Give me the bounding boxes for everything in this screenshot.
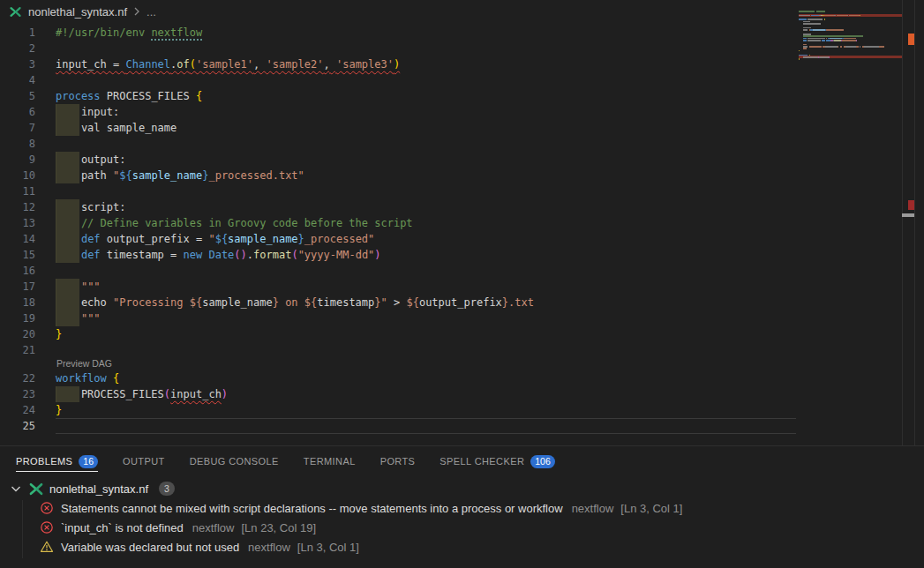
panel-tab-problems[interactable]: PROBLEMS16: [16, 446, 98, 476]
code-line-19[interactable]: 19 """: [0, 310, 924, 326]
panel-tab-label: TERMINAL: [304, 456, 356, 467]
line-number[interactable]: 21: [0, 342, 35, 358]
code-line-1[interactable]: 1#!/usr/bin/env nextflow: [0, 25, 924, 41]
panel-tab-bar: PROBLEMS16OUTPUTDEBUG CONSOLETERMINALPOR…: [0, 446, 924, 476]
panel-tab-spell-checker[interactable]: SPELL CHECKER106: [439, 446, 554, 476]
line-number[interactable]: 10: [0, 168, 35, 183]
line-number[interactable]: 4: [0, 72, 35, 88]
code-line-20[interactable]: 20}: [0, 326, 924, 342]
code-line-10[interactable]: 10 path "${sample_name}_processed.txt": [0, 168, 924, 183]
breadcrumb[interactable]: nonlethal_syntax.nf ...: [9, 0, 156, 23]
line-number[interactable]: 22: [0, 370, 35, 386]
line-number[interactable]: 3: [0, 56, 35, 72]
code-line-9[interactable]: 9 output:: [0, 152, 924, 168]
problem-source: nextflow: [572, 502, 614, 515]
bottom-panel: PROBLEMS16OUTPUTDEBUG CONSOLETERMINALPOR…: [0, 445, 924, 568]
line-number[interactable]: 25: [0, 418, 35, 434]
code-text: PROCESS_FILES(input_ch): [56, 386, 228, 402]
code-line-24[interactable]: 24}: [0, 402, 924, 418]
code-line-2[interactable]: 2: [0, 41, 924, 56]
code-text: """: [56, 279, 101, 295]
code-line-6[interactable]: 6 input:: [0, 104, 924, 120]
code-line-21[interactable]: 21: [0, 342, 924, 358]
panel-tab-label: OUTPUT: [123, 456, 165, 467]
line-number[interactable]: 17: [0, 279, 35, 295]
code-line-11[interactable]: 11: [0, 183, 924, 199]
problem-location: [Ln 3, Col 1]: [297, 541, 359, 554]
code-text: output:: [56, 152, 125, 168]
code-text: val sample_name: [56, 120, 177, 136]
codelens-preview-dag[interactable]: Preview DAG: [56, 358, 112, 370]
nextflow-icon: [28, 482, 44, 496]
code-text: process PROCESS_FILES {: [56, 88, 202, 104]
line-number[interactable]: 18: [0, 295, 35, 310]
line-number[interactable]: 5: [0, 88, 35, 104]
nextflow-icon: [9, 6, 22, 18]
panel-tab-label: PROBLEMS: [16, 456, 72, 467]
code-line-7[interactable]: 7 val sample_name: [0, 120, 924, 136]
vscode-window: nonlethal_syntax.nf ... 1#!/usr/bin/env …: [0, 0, 924, 568]
panel-tab-label: SPELL CHECKER: [439, 456, 524, 467]
panel-tab-terminal[interactable]: TERMINAL: [304, 446, 356, 476]
code-line-5[interactable]: 5process PROCESS_FILES {: [0, 88, 924, 104]
code-text: echo "Processing ${sample_name} on ${tim…: [56, 295, 534, 310]
line-number[interactable]: 13: [0, 215, 35, 231]
line-number[interactable]: 1: [0, 25, 35, 41]
breadcrumb-file[interactable]: nonlethal_syntax.nf: [28, 5, 127, 19]
code-line-13[interactable]: 13 // Define variables in Groovy code be…: [0, 215, 924, 231]
line-number[interactable]: 7: [0, 120, 35, 136]
line-number[interactable]: 20: [0, 326, 35, 342]
code-line-12[interactable]: 12 script:: [0, 199, 924, 215]
code-line-15[interactable]: 15 def timestamp = new Date().format("yy…: [0, 247, 924, 263]
line-number[interactable]: 11: [0, 183, 35, 199]
line-number[interactable]: 8: [0, 136, 35, 152]
panel-tab-output[interactable]: OUTPUT: [123, 446, 165, 476]
code-area: 1#!/usr/bin/env nextflow23input_ch = Cha…: [0, 25, 924, 445]
line-number[interactable]: 6: [0, 104, 35, 120]
code-line-8[interactable]: 8: [0, 136, 924, 152]
panel-tab-label: DEBUG CONSOLE: [190, 456, 279, 467]
line-number[interactable]: 2: [0, 41, 35, 56]
problems-tree: nonlethal_syntax.nf 3 Statements cannot …: [0, 476, 924, 557]
problem-source: nextflow: [192, 521, 235, 534]
panel-tab-debug-console[interactable]: DEBUG CONSOLE: [190, 446, 279, 476]
problems-count-badge: 3: [159, 482, 175, 496]
chevron-down-icon[interactable]: [9, 482, 23, 496]
problem-message: `input_ch` is not defined: [61, 521, 184, 534]
code-line-25[interactable]: 25: [0, 418, 924, 434]
code-line-22[interactable]: 22workflow {: [0, 370, 924, 386]
code-text: script:: [56, 199, 125, 215]
overview-ruler[interactable]: [902, 0, 914, 445]
code-line-3[interactable]: 3input_ch = Channel.of('sample1', 'sampl…: [0, 56, 924, 72]
minimap[interactable]: [799, 11, 902, 72]
line-number[interactable]: 12: [0, 199, 35, 215]
line-number[interactable]: 15: [0, 247, 35, 263]
line-number[interactable]: 19: [0, 310, 35, 326]
breadcrumb-ellipsis[interactable]: ...: [146, 5, 156, 19]
line-number[interactable]: 24: [0, 402, 35, 418]
line-number[interactable]: 14: [0, 231, 35, 247]
current-line-highlight: [56, 418, 796, 434]
code-line-4[interactable]: 4: [0, 72, 924, 88]
editor-right-border: [914, 0, 915, 445]
code-line-14[interactable]: 14 def output_prefix = "${sample_name}_p…: [0, 231, 924, 247]
line-number[interactable]: 9: [0, 152, 35, 168]
code-text: #!/usr/bin/env nextflow: [56, 25, 202, 41]
problem-row-error[interactable]: `input_ch` is not definednextflow[Ln 23,…: [0, 518, 924, 537]
warning-marker: [908, 34, 914, 45]
problem-row-error[interactable]: Statements cannot be mixed with script d…: [0, 498, 924, 518]
line-number[interactable]: 23: [0, 386, 35, 402]
code-line-23[interactable]: 23 PROCESS_FILES(input_ch): [0, 386, 924, 402]
error-icon: [40, 501, 54, 515]
code-text: // Define variables in Groovy code befor…: [56, 215, 413, 231]
code-line-18[interactable]: 18 echo "Processing ${sample_name} on ${…: [0, 295, 924, 310]
panel-tab-ports[interactable]: PORTS: [380, 446, 416, 476]
line-number[interactable]: 16: [0, 263, 35, 279]
problem-row-warning[interactable]: Variable was declared but not usednextfl…: [0, 537, 924, 557]
panel-tab-badge: 16: [79, 455, 98, 468]
problems-file-row[interactable]: nonlethal_syntax.nf 3: [0, 479, 924, 498]
code-line-16[interactable]: 16: [0, 263, 924, 279]
code-line-17[interactable]: 17 """: [0, 279, 924, 295]
error-marker: [908, 200, 914, 210]
code-text: }: [56, 326, 62, 342]
